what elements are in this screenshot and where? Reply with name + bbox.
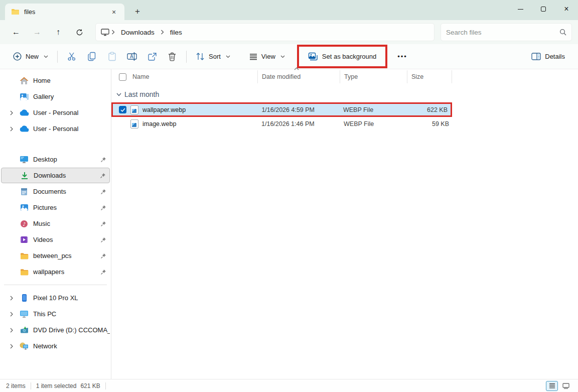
sidebar-item-onedrive-personal-1[interactable]: User - Personal	[1, 105, 110, 120]
address-bar[interactable]: Downloads files	[95, 23, 435, 41]
sidebar-item-label: User - Personal	[33, 125, 110, 133]
minimize-button[interactable]	[509, 0, 532, 18]
sidebar-item-between-pcs[interactable]: between_pcs	[1, 248, 110, 264]
breadcrumb-chevron-icon	[111, 30, 115, 35]
chevron-right-icon[interactable]	[7, 344, 16, 349]
sidebar-item-documents[interactable]: Documents	[1, 184, 110, 199]
status-divider	[31, 382, 31, 389]
copy-icon	[87, 52, 96, 61]
selection-count: 1 item selected	[36, 382, 77, 389]
explorer-tab[interactable]: files ×	[5, 4, 124, 20]
chevron-right-icon[interactable]	[7, 110, 16, 115]
new-tab-button[interactable]: +	[129, 5, 146, 19]
sidebar-item-pixel-phone[interactable]: Pixel 10 Pro XL	[1, 290, 110, 306]
sidebar-item-desktop[interactable]: Desktop	[1, 152, 110, 167]
file-row-image[interactable]: image.webp 1/16/2026 1:46 PM WEBP File 5…	[111, 117, 578, 131]
pin-icon	[97, 253, 110, 259]
sidebar-item-dvd-drive[interactable]: DVD Drive (D:) CCCOMA_X64FF	[1, 322, 110, 338]
svg-text:♪: ♪	[23, 221, 26, 226]
details-view-toggle[interactable]	[546, 381, 558, 391]
column-headers: Name Date modified Type Size	[111, 70, 578, 83]
new-button[interactable]: New	[8, 48, 53, 66]
copy-button[interactable]	[82, 48, 102, 66]
search-input[interactable]	[446, 29, 559, 36]
file-row-wallpaper[interactable]: wallpaper.webp 1/16/2026 4:59 PM WEBP Fi…	[111, 102, 452, 117]
maximize-button[interactable]	[532, 0, 555, 18]
network-icon	[19, 341, 29, 351]
sidebar-item-home[interactable]: Home	[1, 73, 110, 88]
sidebar: Home Gallery User - Personal	[0, 69, 111, 379]
rename-button[interactable]: A	[122, 48, 142, 66]
refresh-button[interactable]	[69, 23, 89, 41]
large-icons-view-icon	[562, 383, 569, 389]
chevron-right-icon[interactable]	[7, 312, 16, 317]
command-bar: New A Sort View	[0, 44, 578, 69]
sort-button-label: Sort	[209, 53, 221, 60]
select-all-checkbox[interactable]	[119, 73, 126, 81]
share-button[interactable]	[142, 48, 162, 66]
desktop-location-icon	[101, 29, 109, 36]
tab-close-icon[interactable]: ×	[107, 6, 120, 18]
share-icon	[148, 52, 157, 61]
breadcrumb-downloads[interactable]: Downloads	[117, 27, 159, 38]
folder-icon	[19, 251, 29, 261]
delete-button[interactable]	[162, 48, 182, 66]
sidebar-item-label: Music	[33, 220, 97, 227]
search-box[interactable]	[441, 23, 572, 41]
sidebar-item-label: Pixel 10 Pro XL	[33, 294, 110, 302]
file-name: image.webp	[142, 120, 176, 127]
check-icon	[120, 108, 125, 112]
column-type-label: Type	[344, 73, 358, 80]
chevron-right-icon[interactable]	[7, 296, 16, 301]
back-button[interactable]: ←	[6, 23, 26, 41]
chevron-right-icon[interactable]	[7, 328, 16, 333]
sidebar-spacer	[0, 137, 111, 151]
column-name[interactable]: Name	[111, 70, 257, 83]
sidebar-item-onedrive-personal-2[interactable]: User - Personal	[1, 121, 110, 137]
breadcrumb-files[interactable]: files	[166, 27, 186, 38]
close-icon: ×	[564, 5, 568, 13]
folder-icon	[11, 9, 19, 15]
sidebar-item-network[interactable]: Network	[1, 338, 110, 354]
sidebar-item-label: Videos	[33, 236, 97, 243]
set-as-background-button[interactable]: Set as background	[297, 45, 387, 68]
documents-icon	[19, 187, 29, 197]
webp-file-icon	[130, 119, 138, 128]
chevron-down-icon	[226, 55, 230, 58]
sidebar-item-label: Downloads	[34, 172, 96, 179]
sidebar-item-pictures[interactable]: Pictures	[1, 200, 110, 215]
sidebar-item-label: Home	[33, 77, 110, 84]
column-size[interactable]: Size	[407, 70, 452, 83]
sidebar-item-videos[interactable]: Videos	[1, 232, 110, 247]
column-type[interactable]: Type	[340, 70, 407, 83]
sidebar-item-label: User - Personal	[33, 109, 110, 116]
sort-button[interactable]: Sort	[191, 48, 235, 66]
file-explorer-window: files × + × ← → ↑ Downloads files	[0, 0, 578, 392]
cut-button[interactable]	[62, 48, 82, 66]
chevron-down-icon	[44, 55, 48, 58]
sidebar-item-label: Desktop	[33, 156, 97, 163]
row-checkbox-checked[interactable]	[119, 106, 126, 113]
sidebar-item-downloads[interactable]: Downloads	[1, 168, 110, 183]
group-header-last-month[interactable]: Last month	[116, 90, 578, 98]
view-button[interactable]: View	[244, 48, 290, 66]
sidebar-item-label: Network	[33, 342, 110, 350]
details-button[interactable]: Details	[526, 48, 570, 66]
sidebar-item-music[interactable]: ♪ Music	[1, 216, 110, 231]
large-icons-view-toggle[interactable]	[560, 381, 572, 391]
home-icon	[19, 76, 29, 86]
more-options-button[interactable]: •••	[393, 48, 411, 66]
sidebar-item-wallpapers[interactable]: wallpapers	[1, 264, 110, 280]
sidebar-item-label: Documents	[33, 188, 97, 195]
file-list-pane: Name Date modified Type Size Last month	[111, 69, 578, 379]
sidebar-item-gallery[interactable]: Gallery	[1, 89, 110, 104]
close-button[interactable]: ×	[555, 0, 578, 18]
sidebar-item-this-pc[interactable]: This PC	[1, 306, 110, 322]
file-type: WEBP File	[340, 120, 407, 127]
up-button[interactable]: ↑	[48, 23, 68, 41]
main-area: Home Gallery User - Personal	[0, 69, 578, 379]
desktop-icon	[19, 155, 29, 165]
column-date-modified[interactable]: Date modified	[257, 70, 340, 83]
chevron-right-icon[interactable]	[7, 126, 16, 132]
dvd-drive-icon	[19, 325, 29, 335]
